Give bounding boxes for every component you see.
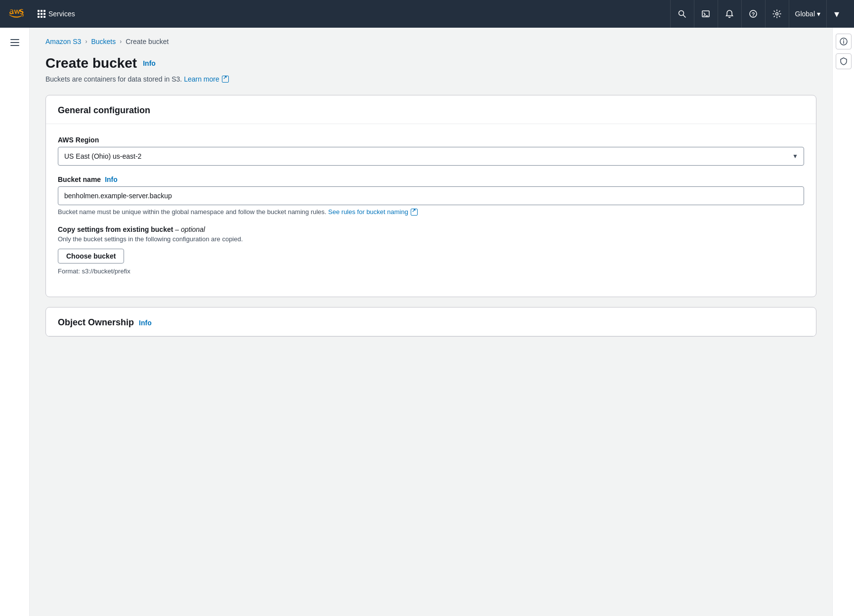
aws-logo[interactable] xyxy=(8,7,28,21)
bell-button[interactable] xyxy=(718,0,741,28)
bucket-name-label: Bucket name xyxy=(58,176,101,183)
breadcrumb-sep-1: › xyxy=(85,38,87,45)
card-header: General configuration xyxy=(46,95,816,124)
general-config-card: General configuration AWS Region US East… xyxy=(45,95,816,297)
external-link-icon xyxy=(222,76,229,83)
page-info-link[interactable]: Info xyxy=(143,59,156,67)
region-select-wrapper: US East (Ohio) us-east-2 ▼ xyxy=(58,147,804,166)
page-description: Buckets are containers for data stored i… xyxy=(45,75,816,83)
external-link-icon-2 xyxy=(411,209,418,216)
global-label: Global xyxy=(795,10,815,18)
account-caret-icon: ▾ xyxy=(834,8,839,20)
nav-icon-group: ? Global ▾ ▾ xyxy=(670,0,846,28)
services-nav[interactable]: Services xyxy=(32,7,81,21)
sidebar-toggle[interactable] xyxy=(6,34,24,51)
breadcrumb-s3-link[interactable]: Amazon S3 xyxy=(45,38,81,45)
top-navigation: Services ? xyxy=(0,0,854,28)
region-label: AWS Region xyxy=(58,136,804,144)
page-header: Create bucket Info Buckets are container… xyxy=(45,55,816,83)
bucket-name-hint: Bucket name must be unique within the gl… xyxy=(58,208,804,216)
breadcrumb-sep-2: › xyxy=(120,38,122,45)
general-config-title: General configuration xyxy=(58,105,804,116)
page-title: Create bucket xyxy=(45,55,137,71)
svg-point-6 xyxy=(776,13,778,15)
breadcrumb-current: Create bucket xyxy=(126,38,169,45)
copy-settings-title: Copy settings from existing bucket – opt… xyxy=(58,225,804,233)
svg-point-9 xyxy=(843,40,844,41)
copy-settings-desc: Only the bucket settings in the followin… xyxy=(58,235,804,243)
breadcrumb-buckets-link[interactable]: Buckets xyxy=(91,38,116,45)
breadcrumb: Amazon S3 › Buckets › Create bucket xyxy=(45,38,816,45)
bucket-naming-rules-link[interactable]: See rules for bucket naming xyxy=(328,208,418,216)
info-sidebar-button[interactable] xyxy=(836,34,852,49)
object-ownership-title: Object Ownership xyxy=(58,317,134,328)
services-label: Services xyxy=(48,10,75,18)
copy-settings-field: Copy settings from existing bucket – opt… xyxy=(58,225,804,275)
learn-more-link[interactable]: Learn more xyxy=(184,75,229,83)
card-body: AWS Region US East (Ohio) us-east-2 ▼ Bu… xyxy=(46,124,816,297)
bucket-name-field: Bucket name Info Bucket name must be uni… xyxy=(58,176,804,216)
choose-bucket-button[interactable]: Choose bucket xyxy=(58,249,124,264)
object-ownership-title-row: Object Ownership Info xyxy=(58,317,804,328)
page-title-row: Create bucket Info xyxy=(45,55,816,71)
object-ownership-header: Object Ownership Info xyxy=(46,308,816,336)
global-region[interactable]: Global ▾ xyxy=(789,0,826,28)
global-caret-icon: ▾ xyxy=(817,10,820,18)
svg-text:?: ? xyxy=(752,11,755,17)
left-sidebar xyxy=(0,28,30,616)
format-hint: Format: s3://bucket/prefix xyxy=(58,267,804,275)
svg-line-1 xyxy=(683,15,686,18)
object-ownership-info-link[interactable]: Info xyxy=(139,319,152,327)
security-sidebar-button[interactable] xyxy=(836,53,852,69)
region-field: AWS Region US East (Ohio) us-east-2 ▼ xyxy=(58,136,804,166)
copy-settings-optional: – optional xyxy=(175,225,205,233)
settings-button[interactable] xyxy=(765,0,789,28)
account-menu[interactable]: ▾ xyxy=(826,0,846,28)
grid-icon xyxy=(38,10,45,18)
main-content: Amazon S3 › Buckets › Create bucket Crea… xyxy=(30,28,832,616)
object-ownership-card: Object Ownership Info xyxy=(45,307,816,337)
right-sidebar xyxy=(832,28,854,616)
bucket-name-info-link[interactable]: Info xyxy=(105,176,118,183)
bucket-name-input[interactable] xyxy=(58,186,804,205)
region-select[interactable]: US East (Ohio) us-east-2 xyxy=(58,147,804,166)
help-button[interactable]: ? xyxy=(741,0,765,28)
bucket-name-label-row: Bucket name Info xyxy=(58,176,804,183)
search-button[interactable] xyxy=(670,0,694,28)
terminal-button[interactable] xyxy=(694,0,718,28)
